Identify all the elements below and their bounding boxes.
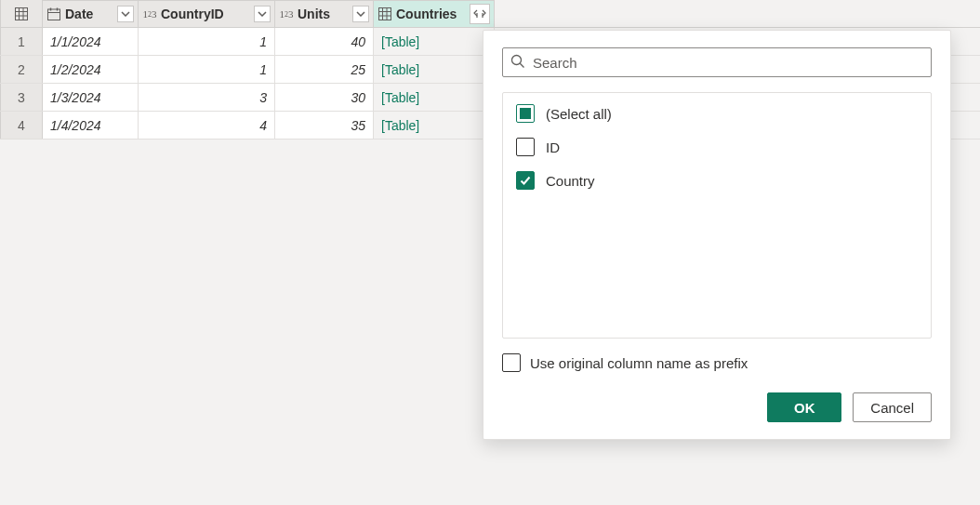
select-all-label: (Select all) xyxy=(546,106,612,122)
column-option-country[interactable]: Country xyxy=(516,171,918,190)
search-input[interactable] xyxy=(533,55,923,71)
number-type-icon: 123 xyxy=(279,7,294,21)
chevron-down-icon xyxy=(356,11,365,17)
column-name: Countries xyxy=(396,7,466,21)
row-number[interactable]: 2 xyxy=(0,56,43,83)
cell-units[interactable]: 30 xyxy=(275,84,374,111)
search-icon xyxy=(510,54,525,72)
column-header-units[interactable]: 123 Units xyxy=(275,0,374,27)
row-number-header[interactable] xyxy=(0,0,43,27)
row-number[interactable]: 1 xyxy=(0,28,43,55)
cell-date[interactable]: 1/1/2024 xyxy=(43,28,139,55)
header-row: Date 123 CountryID 123 Units Countries xyxy=(0,0,980,28)
svg-line-17 xyxy=(520,63,523,67)
expand-icon xyxy=(473,9,486,19)
row-number[interactable]: 3 xyxy=(0,84,43,111)
country-checkbox[interactable] xyxy=(516,171,535,190)
button-row: OK Cancel xyxy=(502,392,932,422)
column-option-id[interactable]: ID xyxy=(516,138,918,156)
id-checkbox[interactable] xyxy=(516,138,535,156)
svg-point-16 xyxy=(512,55,522,64)
table-icon xyxy=(14,7,29,21)
filter-dropdown-button[interactable] xyxy=(117,6,134,22)
cell-countryid[interactable]: 1 xyxy=(139,28,275,55)
cell-countryid[interactable]: 1 xyxy=(139,56,275,83)
column-header-countryid[interactable]: 123 CountryID xyxy=(139,0,275,27)
cell-units[interactable]: 40 xyxy=(275,28,374,55)
svg-rect-9 xyxy=(379,8,391,20)
prefix-option-row[interactable]: Use original column name as prefix xyxy=(502,353,932,372)
column-name: Units xyxy=(298,7,349,21)
cell-countries[interactable]: [Table] xyxy=(374,56,495,83)
cell-date[interactable]: 1/3/2024 xyxy=(43,84,139,111)
cell-date[interactable]: 1/4/2024 xyxy=(43,112,139,139)
country-label: Country xyxy=(546,173,595,189)
select-all-row[interactable]: (Select all) xyxy=(516,104,918,123)
cell-countryid[interactable]: 4 xyxy=(139,112,275,139)
column-header-date[interactable]: Date xyxy=(43,0,139,27)
cancel-button[interactable]: Cancel xyxy=(853,392,932,422)
cell-units[interactable]: 25 xyxy=(275,56,374,83)
row-number[interactable]: 4 xyxy=(0,112,43,139)
ok-button[interactable]: OK xyxy=(767,392,841,422)
search-box[interactable] xyxy=(502,47,932,77)
column-name: Date xyxy=(65,7,113,21)
header-filler xyxy=(495,0,980,27)
number-type-icon: 123 xyxy=(142,7,157,21)
prefix-label: Use original column name as prefix xyxy=(530,355,748,371)
id-label: ID xyxy=(546,140,560,155)
cell-countries[interactable]: [Table] xyxy=(374,112,495,139)
prefix-checkbox[interactable] xyxy=(502,353,521,372)
filter-dropdown-button[interactable] xyxy=(352,6,369,22)
table-type-icon xyxy=(377,7,392,21)
expand-column-popup: (Select all) ID Country Use original col… xyxy=(483,30,951,440)
svg-rect-5 xyxy=(48,9,60,20)
select-all-checkbox[interactable] xyxy=(516,104,535,123)
cell-countries[interactable]: [Table] xyxy=(374,84,495,111)
checkmark-icon xyxy=(519,174,532,187)
cell-countryid[interactable]: 3 xyxy=(139,84,275,111)
column-header-countries[interactable]: Countries xyxy=(374,0,495,27)
filter-dropdown-button[interactable] xyxy=(254,6,271,22)
chevron-down-icon xyxy=(258,11,267,17)
calendar-icon xyxy=(46,7,61,21)
column-name: CountryID xyxy=(161,7,250,21)
column-checklist: (Select all) ID Country xyxy=(502,92,932,339)
svg-rect-0 xyxy=(16,7,28,20)
cell-date[interactable]: 1/2/2024 xyxy=(43,56,139,83)
expand-column-button[interactable] xyxy=(470,4,490,24)
chevron-down-icon xyxy=(121,11,130,17)
cell-countries[interactable]: [Table] xyxy=(374,28,495,55)
indeterminate-fill-icon xyxy=(520,108,531,119)
cell-units[interactable]: 35 xyxy=(275,112,374,139)
